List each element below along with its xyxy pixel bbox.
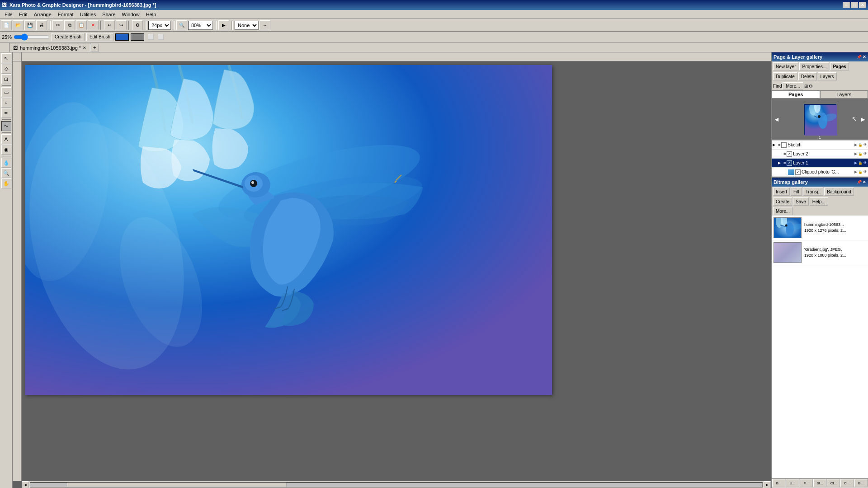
menu-utilities[interactable]: Utilities	[77, 11, 99, 18]
ellipse-tool[interactable]: ○	[1, 98, 11, 108]
layer1-action2[interactable]: 🔒	[858, 161, 863, 165]
pen-tool[interactable]: ✒	[1, 108, 11, 118]
active-tab[interactable]: 🖼 hummingbird-1056383.jpg * ✕	[9, 43, 90, 52]
layer1-expand-icon[interactable]: ▶	[778, 161, 783, 165]
copy-button[interactable]: ⧉	[64, 20, 75, 30]
sketch-action2[interactable]: 🔒	[858, 143, 863, 147]
tab-close-button[interactable]: ✕	[83, 46, 86, 50]
more-button[interactable]: More...	[783, 82, 803, 89]
bg-close-icon[interactable]: ✕	[863, 180, 866, 184]
bg-pin-icon[interactable]: 📌	[857, 180, 862, 184]
zoom-level-select[interactable]: 80% 100% 50%	[188, 21, 213, 30]
sketch-expand-icon[interactable]: ▶	[773, 143, 777, 147]
layer2-visibility[interactable]: ✓	[787, 151, 792, 157]
preferences-button[interactable]: ⚙	[132, 20, 143, 30]
clipped-action1[interactable]: ▶	[854, 170, 857, 174]
next-page-button[interactable]: ►	[860, 116, 866, 123]
pages-tab[interactable]: Pages	[772, 90, 820, 99]
duplicate-button[interactable]: Duplicate	[773, 72, 797, 80]
rb-tab-u[interactable]: U...	[786, 479, 799, 487]
rectangle-tool[interactable]: ▭	[1, 87, 11, 97]
title-bar-buttons[interactable]: − □ ✕	[843, 2, 866, 8]
plg-close-icon[interactable]: ✕	[863, 55, 866, 59]
canvas-area[interactable]: // Ruler ticks will be drawn by JS below	[13, 52, 771, 488]
create-button[interactable]: Create	[773, 197, 792, 206]
new-tab-button[interactable]: +	[90, 44, 99, 52]
menu-help[interactable]: Help	[143, 11, 159, 18]
properties-button[interactable]: Properties...	[799, 62, 829, 70]
delete-button[interactable]: Delete	[798, 72, 817, 80]
hscroll-thumb[interactable]	[67, 483, 287, 487]
save-button[interactable]: 💾	[24, 20, 35, 30]
menu-format[interactable]: Format	[55, 11, 76, 18]
brush-color-swatch1[interactable]	[115, 33, 129, 41]
view-select[interactable]: None	[235, 21, 259, 30]
hscroll-track[interactable]	[30, 482, 763, 488]
layers-button[interactable]: Layers	[818, 72, 837, 80]
new-button[interactable]: 📄	[1, 20, 12, 30]
horizontal-scrollbar[interactable]: ◄ ►	[22, 481, 771, 488]
transp-button[interactable]: Transp.	[803, 188, 824, 196]
open-button[interactable]: 📂	[13, 20, 24, 30]
rb-tab-cl2[interactable]: Cl...	[840, 479, 854, 487]
edit-brush-button[interactable]: Edit Brush	[86, 33, 113, 41]
delete-button[interactable]: ✕	[88, 20, 99, 30]
undo-button[interactable]: ↩	[104, 20, 115, 30]
menu-file[interactable]: File	[2, 11, 15, 18]
layer1-action1[interactable]: ▶	[854, 161, 857, 165]
sketch-action3[interactable]: 👁	[863, 143, 867, 147]
layer-row-sketch[interactable]: ▶ ≡ Sketch ▶ 🔒 👁	[772, 141, 868, 150]
layer2-action2[interactable]: 🔒	[858, 152, 863, 156]
fill-button[interactable]: Fill	[791, 188, 802, 196]
close-button[interactable]: ✕	[859, 2, 866, 8]
clipped-visibility[interactable]: ✓	[795, 169, 801, 175]
bg-save-button[interactable]: Save	[793, 197, 809, 206]
sketch-visibility[interactable]	[781, 142, 787, 148]
plg-fill-icon[interactable]: ⊞	[804, 84, 808, 89]
sketch-action1[interactable]: ▶	[854, 143, 857, 147]
clipped-action2[interactable]: 🔒	[858, 170, 863, 174]
menu-share[interactable]: Share	[99, 11, 118, 18]
brush-tool1[interactable]: ⬜	[148, 34, 154, 40]
maximize-button[interactable]: □	[851, 2, 858, 8]
play-button[interactable]: ▶	[218, 20, 229, 30]
brush-tool2[interactable]: ⬜	[158, 34, 164, 40]
plg-pin-icon[interactable]: 📌	[857, 55, 862, 59]
brush-size-slider[interactable]	[14, 33, 50, 41]
layers-tab[interactable]: Layers	[820, 90, 868, 99]
eyedrop-tool[interactable]: 💧	[1, 158, 11, 168]
view-go-button[interactable]: →	[259, 20, 270, 30]
nudge-size-select[interactable]: 24px 12px 6px	[148, 21, 171, 30]
layer1-visibility[interactable]: ✓	[787, 160, 792, 166]
hscroll-right-button[interactable]: ►	[764, 481, 771, 488]
rb-tab-b[interactable]: B...	[772, 479, 785, 487]
layer2-action1[interactable]: ▶	[854, 152, 857, 156]
pages-button[interactable]: Pages	[830, 62, 849, 70]
background-button[interactable]: Background	[824, 188, 854, 196]
zoom-tool[interactable]: 🔍	[1, 168, 11, 178]
new-layer-button[interactable]: New layer	[773, 62, 798, 70]
layer-row-clipped[interactable]: ✓ Clipped photo 'G... ▶ 🔒 👁	[772, 168, 868, 177]
menu-window[interactable]: Window	[119, 11, 142, 18]
freehand-tool[interactable]: 〜	[1, 121, 11, 131]
insert-button[interactable]: Insert	[773, 188, 790, 196]
menu-arrange[interactable]: Arrange	[31, 11, 54, 18]
layer1-action3[interactable]: 👁	[863, 161, 867, 165]
text-tool[interactable]: A	[1, 134, 11, 144]
print-button[interactable]: 🖨	[36, 20, 47, 30]
minimize-button[interactable]: −	[843, 2, 850, 8]
help-button[interactable]: Help...	[810, 197, 828, 206]
contour-tool[interactable]: ⊡	[1, 74, 11, 84]
push-tool[interactable]: ✋	[1, 178, 11, 188]
menu-edit[interactable]: Edit	[16, 11, 30, 18]
layer-row-2[interactable]: ≡ ✓ Layer 2 ▶ 🔒 👁	[772, 150, 868, 159]
rb-tab-f[interactable]: F...	[800, 479, 813, 487]
cut-button[interactable]: ✂	[52, 20, 63, 30]
layer-row-1[interactable]: ▶ ≡ ✓ Layer 1 ▶ 🔒 👁	[772, 159, 868, 168]
redo-button[interactable]: ↪	[116, 20, 127, 30]
selector-tool[interactable]: ↖	[1, 53, 11, 63]
rb-tab-cl1[interactable]: Cl...	[827, 479, 840, 487]
brush-color-swatch2[interactable]	[131, 33, 144, 41]
layer2-action3[interactable]: 👁	[863, 152, 867, 156]
hscroll-left-button[interactable]: ◄	[22, 481, 29, 488]
